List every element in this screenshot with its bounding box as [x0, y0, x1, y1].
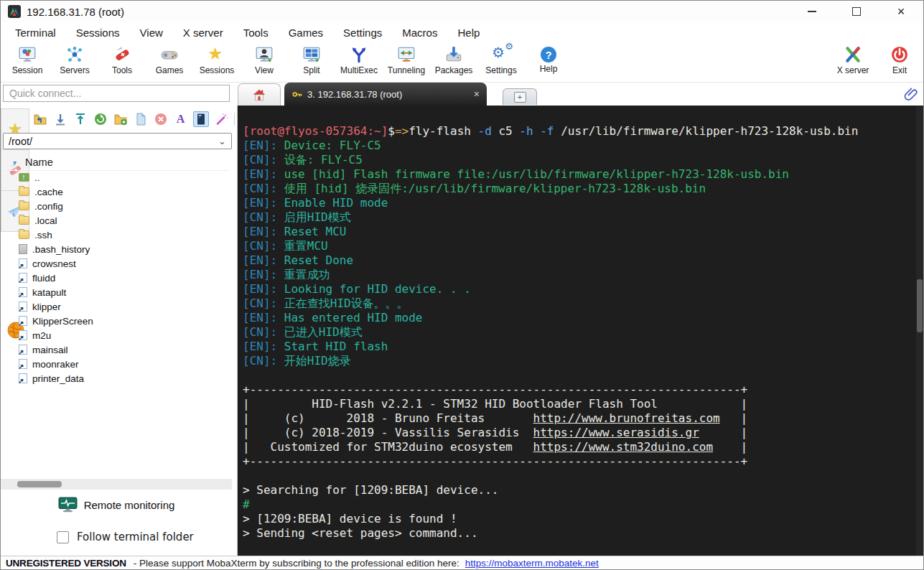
terminal-text: 使用 [hid] 烧录固件:/usr/lib/firmware/klipper-…	[284, 182, 706, 195]
symlink-icon	[19, 373, 27, 383]
terminal-text	[533, 124, 541, 138]
menu-terminal[interactable]: Terminal	[5, 27, 66, 39]
terminal-line: [root@flyos-057364:~]$=>fly-flash -d c5 …	[243, 124, 918, 139]
terminal-text: [EN]:	[243, 167, 284, 181]
paperclip-icon[interactable]	[903, 85, 919, 103]
tunneling-button[interactable]: Tunneling	[383, 45, 430, 75]
list-item[interactable]: crowsnest	[3, 256, 230, 271]
remote-monitoring-button[interactable]: Remote monitoring	[1, 497, 232, 513]
tools-button[interactable]: Tools	[98, 45, 146, 75]
menu-games[interactable]: Games	[279, 27, 333, 39]
sync-panel-button[interactable]	[193, 111, 209, 127]
minimize-button[interactable]	[790, 1, 834, 22]
terminal-line: [EN]: Device: FLY-C5	[243, 139, 918, 153]
menu-tools[interactable]: Tools	[233, 27, 279, 39]
exit-label: Exit	[892, 65, 907, 75]
multiexec-icon	[350, 45, 368, 64]
horizontal-scrollbar[interactable]	[1, 479, 232, 490]
scrollbar-thumb[interactable]	[17, 481, 62, 487]
exit-button[interactable]: Exit	[879, 45, 920, 75]
terminal-text: c5	[492, 124, 520, 138]
active-session-tab[interactable]: 3. 192.168.31.78 (root) ×	[284, 83, 487, 106]
delete-button[interactable]	[153, 111, 168, 127]
upload-button[interactable]	[73, 111, 88, 127]
list-item[interactable]: .cache	[3, 184, 230, 199]
list-item[interactable]: m2u	[3, 328, 230, 342]
terminal-text: 开始HID烧录	[284, 354, 351, 368]
new-tab-button[interactable]: +	[503, 88, 537, 105]
list-item[interactable]: klipper	[3, 299, 230, 314]
terminal-text: [CN]:	[243, 182, 284, 195]
list-item[interactable]: .ssh	[3, 228, 230, 242]
home-tab[interactable]	[238, 83, 281, 106]
sessions-button[interactable]: ★ Sessions	[193, 45, 241, 75]
list-item[interactable]: printer_data	[3, 371, 230, 386]
list-item[interactable]: .local	[3, 213, 230, 228]
follow-checkbox[interactable]	[57, 531, 69, 543]
terminal-text: #	[243, 497, 250, 511]
file-list-header[interactable]: ▾ Name	[3, 154, 230, 171]
list-item[interactable]: ..	[3, 170, 230, 184]
new-file-button[interactable]	[133, 111, 148, 127]
settings-button[interactable]: ⚙⚙ Settings	[477, 45, 525, 75]
terminal-scrollbar[interactable]	[916, 106, 923, 556]
tab-close-icon[interactable]: ×	[474, 88, 480, 100]
terminal-text: > Sending <reset pages> command...	[243, 526, 478, 540]
games-button[interactable]: Games	[146, 45, 193, 75]
list-item[interactable]: fluidd	[3, 271, 230, 285]
menu-settings[interactable]: Settings	[333, 27, 392, 39]
path-dropdown[interactable]: /root/ ⌄	[3, 133, 232, 149]
servers-button[interactable]: Servers	[51, 45, 98, 75]
go-up-folder-button[interactable]	[32, 111, 47, 127]
view-label: View	[255, 65, 274, 75]
refresh-button[interactable]	[93, 111, 108, 127]
terminal-line: [EN]: Looking for HID device. . .	[243, 282, 918, 296]
terminal-text: [CN]:	[243, 210, 284, 224]
list-item[interactable]: .config	[3, 199, 230, 213]
folder-icon	[19, 187, 29, 196]
session-button[interactable]: Session	[4, 45, 51, 75]
magic-wand-button[interactable]	[214, 111, 229, 127]
packages-label: Packages	[435, 65, 473, 75]
folder-up-icon	[33, 112, 47, 126]
multiexec-button[interactable]: MultiExec	[335, 45, 383, 75]
terminal-line: [EN]: Has entered HID mode	[243, 311, 918, 325]
window-title: 192.168.31.78 (root)	[27, 6, 124, 18]
terminal-text: +---------------------------------------…	[243, 383, 747, 396]
view-button[interactable]: View	[241, 45, 288, 75]
terminal-scrollbar-thumb[interactable]	[917, 279, 923, 332]
terminal-text: [root@flyos-057364:~]	[243, 124, 388, 138]
terminal-text: [CN]:	[243, 239, 284, 253]
symlink-icon	[19, 258, 27, 268]
help-button[interactable]: ? Help	[525, 45, 572, 74]
packages-button[interactable]: Packages	[430, 45, 477, 75]
terminal-text: =>	[395, 124, 409, 138]
tools-icon	[113, 45, 131, 64]
close-button[interactable]: ×	[879, 1, 923, 22]
menu-sessions[interactable]: Sessions	[66, 27, 130, 39]
quick-connect-input[interactable]	[3, 85, 230, 102]
terminal-pane[interactable]: [root@flyos-057364:~]$=>fly-flash -d c5 …	[238, 106, 923, 556]
new-folder-button[interactable]	[113, 111, 128, 127]
list-item[interactable]: mainsail	[3, 342, 230, 357]
file-list: .. .cache .config .local .ssh .bash_hist…	[3, 170, 230, 476]
terminal-text: |	[713, 440, 747, 454]
rename-button[interactable]: A	[173, 111, 188, 127]
maximize-button[interactable]	[834, 1, 879, 22]
list-item[interactable]: moonraker	[3, 357, 230, 371]
split-button[interactable]: Split	[288, 45, 335, 75]
menu-macros[interactable]: Macros	[392, 27, 447, 39]
list-item[interactable]: .bash_history	[3, 242, 230, 256]
menu-help[interactable]: Help	[447, 27, 490, 39]
close-icon: ×	[897, 4, 905, 19]
list-item[interactable]: katapult	[3, 285, 230, 299]
mobatek-link[interactable]: https://mobaxterm.mobatek.net	[465, 558, 599, 569]
list-item[interactable]: KlipperScreen	[3, 314, 230, 328]
menu-xserver[interactable]: X server	[173, 27, 233, 39]
terminal-line: [EN]: Reset Done	[243, 253, 918, 268]
terminal-text: [CN]:	[243, 325, 284, 339]
menu-view[interactable]: View	[130, 27, 173, 39]
xserver-button[interactable]: X server	[827, 45, 879, 75]
download-button[interactable]	[52, 111, 67, 127]
follow-terminal-folder-option[interactable]: Follow terminal folder	[57, 531, 194, 543]
